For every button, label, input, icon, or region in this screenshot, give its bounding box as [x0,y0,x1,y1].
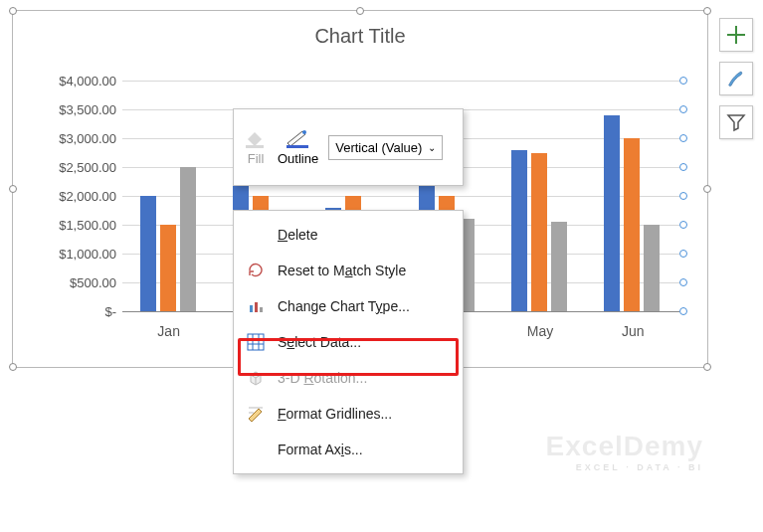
svg-rect-5 [250,305,253,312]
bar-series-1[interactable] [511,150,527,311]
selector-value: Vertical (Value) [335,140,422,155]
menu-label: Change Chart Type... [278,298,410,314]
y-axis-label: $1,000.00 [37,247,116,262]
axis-selection-marker [679,278,687,286]
fill-label: Fill [248,151,265,166]
menu-select-data[interactable]: Select Data... [234,324,463,360]
x-axis-label: Jan [136,323,202,339]
paint-bucket-icon [244,129,268,149]
menu-label: Delete [278,227,317,243]
bar-series-2[interactable] [160,225,176,311]
axis-selection-marker [679,221,687,229]
svg-rect-4 [286,145,308,148]
resize-handle[interactable] [9,185,17,193]
outline-button[interactable]: Outline [278,129,318,166]
watermark: ExcelDemy EXCEL · DATA · BI [546,431,703,472]
menu-label: 3-D Rotation... [278,370,367,386]
outline-label: Outline [278,151,318,166]
bar-series-2[interactable] [624,138,640,311]
menu-3d-rotation: 3-D Rotation... [234,360,463,396]
axis-selection-marker [679,134,687,142]
menu-label: Select Data... [278,334,361,350]
svg-rect-7 [260,307,263,312]
cube-icon [246,368,266,388]
x-axis-label: May [507,323,573,339]
resize-handle[interactable] [9,363,17,371]
chart-filters-button[interactable] [719,105,753,139]
chart-type-icon [246,296,266,316]
funnel-icon [725,111,747,133]
blank-icon [246,440,266,459]
plus-icon [725,24,747,46]
menu-label: Format Gridlines... [278,406,392,422]
y-axis-label: $3,000.00 [37,131,116,146]
resize-handle[interactable] [703,363,711,371]
menu-reset-match-style[interactable]: Reset to Match Style [234,253,463,288]
menu-change-chart-type[interactable]: Change Chart Type... [234,288,463,324]
axis-selection-marker [679,77,687,85]
y-axis-label: $500.00 [37,275,116,290]
menu-format-axis[interactable]: Format Axis... [234,432,463,467]
axis-selection-marker [679,250,687,258]
menu-delete[interactable]: Delete [234,217,463,253]
chevron-down-icon: ⌄ [428,142,436,153]
menu-label: Reset to Match Style [278,263,406,278]
bar-series-2[interactable] [531,153,547,312]
bar-series-3[interactable] [644,225,660,311]
svg-rect-6 [255,302,258,312]
svg-rect-2 [246,145,264,148]
paintbrush-icon [725,68,747,89]
resize-handle[interactable] [9,7,17,15]
add-chart-element-button[interactable] [719,18,753,52]
y-axis-label: $4,000.00 [37,74,116,89]
chart-title[interactable]: Chart Title [13,11,707,56]
chart-styles-button[interactable] [719,62,753,95]
y-axis-label: $- [37,304,116,319]
axis-selection-marker [679,192,687,200]
blank-icon [246,225,266,245]
y-axis-label: $2,500.00 [37,160,116,175]
context-menu: Delete Reset to Match Style Change Chart… [233,210,464,474]
pen-outline-icon [285,129,312,149]
format-gridlines-icon [246,404,266,424]
bar-series-1[interactable] [604,115,620,311]
select-data-icon [246,332,266,352]
y-axis-label: $1,500.00 [37,218,116,233]
svg-point-3 [302,130,306,134]
resize-handle[interactable] [703,7,711,15]
bar-series-3[interactable] [551,222,567,311]
gridline[interactable] [122,196,679,197]
axis-selection-marker [679,105,687,113]
chart-side-buttons [719,18,753,139]
axis-selection-marker [679,163,687,171]
svg-rect-8 [248,334,264,350]
menu-label: Format Axis... [278,442,363,457]
fill-button[interactable]: Fill [244,129,268,166]
mini-toolbar: Fill Outline Vertical (Value) ⌄ [233,108,464,186]
y-axis-label: $2,000.00 [37,189,116,204]
y-axis-label: $3,500.00 [37,102,116,117]
resize-handle[interactable] [703,185,711,193]
resize-handle[interactable] [356,7,364,15]
gridline[interactable] [122,81,679,82]
bar-series-1[interactable] [140,196,156,311]
chart-element-selector[interactable]: Vertical (Value) ⌄ [328,135,443,160]
menu-format-gridlines[interactable]: Format Gridlines... [234,396,463,432]
x-axis-label: Jun [600,323,666,339]
axis-selection-marker [679,307,687,315]
bar-series-3[interactable] [180,167,196,311]
reset-icon [246,261,266,280]
